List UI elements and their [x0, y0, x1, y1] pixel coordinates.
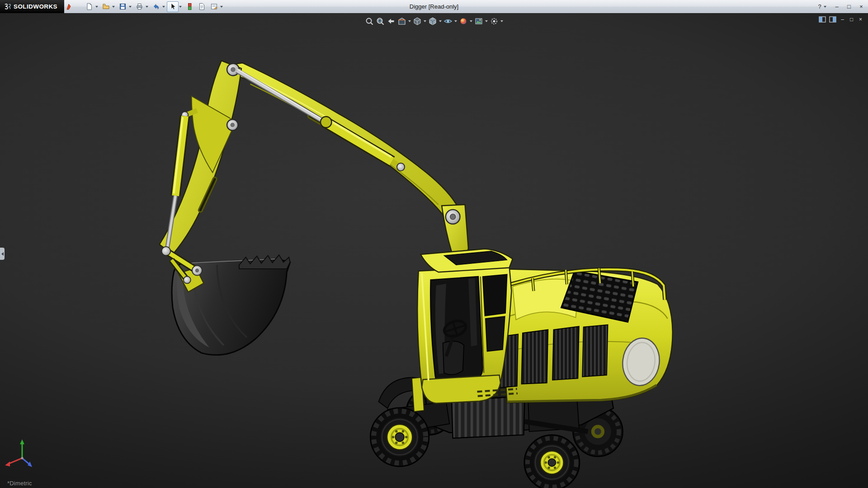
brand-text: SOLIDWORKS — [14, 3, 57, 10]
menu-expand-icon[interactable] — [66, 3, 71, 10]
stick-cylinder[interactable] — [237, 69, 405, 171]
excavator-model[interactable] — [160, 61, 673, 488]
previous-view-button[interactable] — [386, 16, 396, 27]
view-settings-icon — [490, 17, 499, 26]
bucket-assembly[interactable] — [162, 247, 290, 355]
save-icon — [119, 3, 127, 10]
hide-show-items-dropdown[interactable] — [454, 20, 457, 22]
undo-button[interactable] — [150, 1, 162, 12]
section-view-icon — [397, 17, 406, 26]
edit-appearance-dropdown[interactable] — [470, 20, 472, 22]
options-dropdown[interactable] — [220, 6, 223, 8]
standard-toolbar — [83, 1, 224, 12]
panel-flyout-tab[interactable] — [0, 248, 5, 260]
hide-show-items-button[interactable] — [443, 16, 453, 27]
minimize-button[interactable]: – — [834, 0, 840, 13]
window-title: Digger [Read-only] — [410, 0, 458, 13]
open-folder-icon — [102, 3, 110, 10]
rebuild-button[interactable] — [184, 1, 195, 12]
document-restore-button[interactable]: □ — [849, 15, 854, 23]
print-button[interactable] — [133, 1, 145, 12]
solidworks-logo[interactable]: SOLIDWORKS — [0, 0, 64, 13]
upper-body[interactable] — [492, 268, 673, 403]
zoom-to-area-button[interactable] — [375, 16, 385, 27]
view-settings-button[interactable] — [489, 16, 499, 27]
open-button[interactable] — [100, 1, 112, 12]
split-pane-left-icon[interactable] — [819, 16, 826, 23]
view-settings-dropdown[interactable] — [500, 20, 503, 22]
close-button[interactable]: × — [858, 0, 864, 13]
zoom-to-fit-button[interactable] — [364, 16, 374, 27]
help-button[interactable]: ? — [816, 0, 823, 13]
new-document-button[interactable] — [83, 1, 95, 12]
previous-view-icon — [387, 17, 396, 26]
view-orientation-label: *Dimetric — [7, 480, 32, 487]
document-close-button[interactable]: × — [858, 15, 863, 23]
help-dropdown[interactable] — [824, 6, 826, 8]
document-minimize-button[interactable]: – — [840, 15, 845, 23]
bucket-teeth — [239, 255, 290, 269]
rebuild-icon — [186, 3, 193, 10]
print-icon — [136, 3, 143, 10]
view-orientation-dropdown[interactable] — [424, 20, 426, 22]
model-canvas[interactable] — [0, 13, 868, 488]
undo-dropdown[interactable] — [162, 6, 165, 8]
apply-scene-button[interactable] — [474, 16, 484, 27]
maximize-button[interactable]: □ — [846, 0, 852, 13]
select-button[interactable] — [167, 1, 179, 12]
apply-scene-icon — [474, 17, 483, 26]
edit-appearance-button[interactable] — [458, 16, 468, 27]
zoom-to-area-icon — [376, 17, 385, 26]
split-pane-right-icon[interactable] — [829, 16, 836, 23]
heads-up-toolbar — [364, 16, 504, 27]
save-dropdown[interactable] — [129, 6, 132, 8]
view-orientation-button[interactable] — [412, 16, 422, 27]
apply-scene-dropdown[interactable] — [485, 20, 488, 22]
titlebar: SOLIDWORKS — [0, 0, 868, 14]
options-button[interactable] — [208, 1, 220, 12]
options-icon — [210, 3, 218, 10]
new-document-icon — [85, 3, 93, 10]
wheel-front-left[interactable] — [370, 408, 429, 466]
display-style-dropdown[interactable] — [439, 20, 442, 22]
new-document-dropdown[interactable] — [95, 6, 98, 8]
section-view-button[interactable] — [397, 16, 407, 27]
print-dropdown[interactable] — [146, 6, 148, 8]
save-button[interactable] — [117, 1, 128, 12]
wheel-rear-left[interactable] — [524, 435, 580, 488]
undo-icon — [152, 3, 160, 10]
3ds-logo-icon — [4, 3, 12, 10]
view-orientation-icon — [413, 17, 422, 26]
section-view-dropdown[interactable] — [408, 20, 411, 22]
zoom-to-fit-icon — [365, 17, 374, 26]
solidworks-window: SOLIDWORKS — [0, 0, 868, 488]
file-properties-button[interactable] — [196, 1, 208, 12]
display-style-button[interactable] — [428, 16, 438, 27]
window-controls: ? – □ × — [816, 0, 864, 13]
hide-show-items-icon — [443, 17, 453, 26]
collapse-arrow-icon — [1, 252, 4, 256]
boom-arm[interactable] — [160, 61, 468, 254]
open-dropdown[interactable] — [112, 6, 115, 8]
file-properties-icon — [198, 3, 206, 10]
edit-appearance-icon — [459, 17, 468, 26]
select-dropdown[interactable] — [179, 6, 182, 8]
operator-seat — [443, 341, 464, 375]
orientation-triad[interactable] — [5, 439, 32, 467]
document-window-controls: – □ × — [819, 15, 863, 23]
graphics-area[interactable]: – □ × *Dimetric — [0, 13, 868, 488]
select-cursor-icon — [169, 3, 177, 10]
display-style-icon — [428, 17, 437, 26]
